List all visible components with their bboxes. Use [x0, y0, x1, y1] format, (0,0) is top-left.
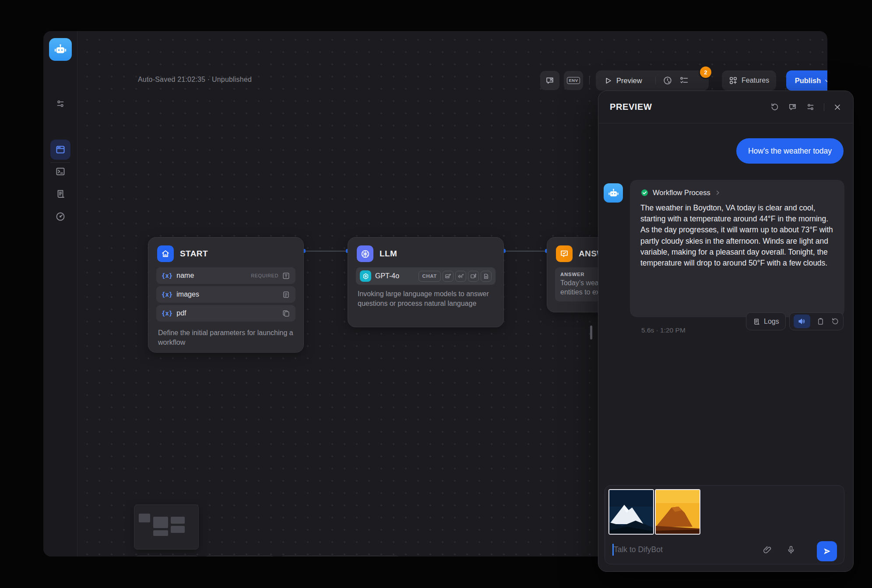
model-selector[interactable]: GPT-4o CHAT: [356, 267, 496, 285]
node-start-header: START: [148, 238, 303, 267]
chevron-down-icon: [824, 78, 827, 84]
features-label: Features: [742, 77, 769, 84]
annotation-icon[interactable]: [788, 102, 797, 112]
preview-settings-icon[interactable]: [806, 102, 815, 112]
required-tag: REQUIRED: [251, 273, 278, 278]
sidebar-item-preferences[interactable]: [50, 94, 70, 114]
sidebar-item-monitoring[interactable]: [50, 206, 70, 227]
success-check-icon: [640, 189, 649, 197]
sidebar-item-logs[interactable]: [50, 184, 70, 204]
audio-capability-icon: [455, 271, 466, 282]
logs-label: Logs: [764, 318, 779, 326]
sliders-icon: [56, 99, 65, 108]
minimap-node: [139, 514, 150, 522]
workflow-process-toggle[interactable]: Workflow Process: [640, 189, 834, 197]
model-name: GPT-4o: [375, 272, 399, 280]
panel-resize-handle[interactable]: [590, 326, 592, 340]
preview-title: PREVIEW: [610, 102, 652, 112]
bot-message-text: The weather in Boydton, VA today is clea…: [640, 203, 834, 269]
text-input-type-icon: [282, 272, 290, 280]
chat-input-area: [605, 485, 844, 564]
bot-avatar: [604, 183, 623, 203]
close-icon[interactable]: [833, 103, 842, 112]
app-logo[interactable]: [49, 38, 72, 61]
features-button[interactable]: Features: [722, 70, 776, 91]
zoom-controls: 100%: [134, 556, 200, 556]
variable-icon: {x}: [162, 291, 172, 298]
topbar-separator: [589, 77, 590, 84]
attached-image-sunset-mountain[interactable]: [655, 489, 700, 535]
attach-file-icon[interactable]: [763, 545, 772, 555]
annotation-button[interactable]: [540, 71, 559, 90]
message-meta: 5.6s · 1:20 PM: [641, 326, 686, 334]
restart-conversation-button[interactable]: [770, 102, 779, 112]
terminal-icon: [55, 166, 66, 177]
group-separator: [824, 103, 824, 111]
play-icon: [605, 77, 612, 84]
node-description: Invoking large language models to answer…: [348, 285, 503, 308]
node-llm[interactable]: LLM GPT-4o CHAT: [348, 237, 504, 327]
microphone-icon[interactable]: [786, 545, 796, 555]
home-icon: [157, 245, 174, 262]
clock-play-icon: [663, 76, 672, 85]
sidebar-item-api[interactable]: [50, 161, 70, 182]
run-controls-group: Preview: [596, 70, 709, 91]
input-field-pdf[interactable]: {x} pdf: [156, 305, 295, 322]
logs-button[interactable]: Logs: [746, 312, 786, 330]
speaker-button[interactable]: [794, 315, 810, 328]
answer-icon: [556, 245, 573, 262]
node-description: Define the initial parameters for launch…: [148, 324, 303, 347]
node-llm-header: LLM: [348, 238, 503, 267]
robot-icon: [53, 42, 68, 57]
gauge-icon: [55, 211, 66, 222]
publish-label: Publish: [795, 77, 821, 85]
minimap[interactable]: [134, 504, 199, 550]
minimap-node: [153, 530, 168, 536]
minimap-node: [171, 517, 185, 524]
send-button[interactable]: [817, 541, 837, 561]
regenerate-button[interactable]: [831, 317, 839, 326]
edge-llm-answer: [504, 251, 547, 252]
llm-icon: [357, 245, 373, 262]
file-list-type-icon: [282, 290, 290, 299]
workflow-process-label: Workflow Process: [653, 189, 710, 197]
copy-button[interactable]: [816, 317, 825, 326]
preview-panel-header: PREVIEW: [598, 91, 853, 123]
preview-run-label: Preview: [616, 77, 642, 85]
variable-icon: {x}: [162, 272, 172, 279]
message-action-group: [789, 312, 844, 330]
input-field-images[interactable]: {x} images: [156, 286, 295, 303]
checklist-button[interactable]: [679, 76, 689, 85]
node-start[interactable]: START {x} name REQUIRED {x} imag: [148, 237, 304, 353]
document-capability-icon: [481, 271, 492, 282]
env-button[interactable]: ENV: [564, 71, 583, 90]
chevron-right-icon: [714, 189, 721, 196]
send-icon: [822, 546, 832, 556]
node-title: START: [180, 249, 208, 259]
message-actions: Logs: [746, 312, 844, 330]
input-field-name[interactable]: {x} name REQUIRED: [156, 267, 295, 284]
sidebar: [43, 31, 77, 556]
openai-icon: [360, 270, 371, 282]
sidebar-item-orchestrate[interactable]: [50, 140, 70, 160]
attached-image-night-mountain[interactable]: [608, 489, 654, 535]
screen: Auto-Saved 21:02:35 · Unpublished ENV: [0, 0, 872, 588]
history-controls: [204, 556, 275, 556]
publish-button[interactable]: Publish: [786, 70, 827, 91]
run-history-button[interactable]: [663, 76, 672, 85]
env-icon: ENV: [567, 77, 580, 84]
files-copy-type-icon: [282, 309, 290, 318]
minimap-node: [153, 517, 168, 528]
preview-panel: PREVIEW: [598, 91, 854, 572]
checklist-icon: [679, 76, 689, 85]
vision-capability-icon: [443, 271, 454, 282]
user-message-bubble: How's the weather today: [736, 138, 844, 164]
preview-run-button[interactable]: Preview: [605, 77, 642, 85]
chat-input[interactable]: [614, 541, 758, 558]
robot-icon: [607, 187, 620, 200]
bot-message-card: Workflow Process The weather in Boydton,…: [630, 180, 844, 317]
autosave-status: Auto-Saved 21:02:35 · Unpublished: [138, 76, 252, 84]
variable-icon: {x}: [162, 310, 172, 317]
checklist-badge: 2: [700, 66, 711, 78]
canvas-tools: [280, 556, 401, 556]
